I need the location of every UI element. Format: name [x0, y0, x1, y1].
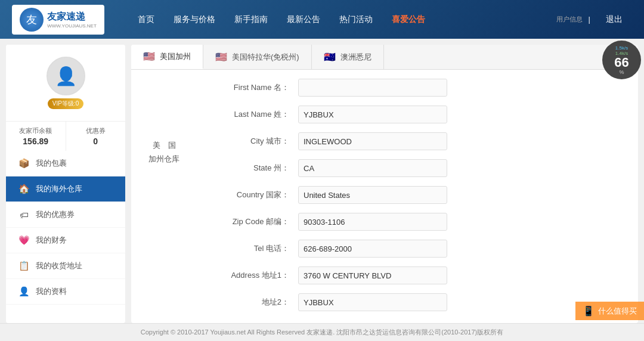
menu-label-profile: 我的资料	[36, 286, 67, 297]
form-row-firstname: First Name 名：	[191, 79, 632, 97]
city-label: City 城市：	[191, 136, 298, 147]
watermark-icon: 📱	[583, 305, 595, 317]
footer: Copyright © 2010-2017 Youjiaus.net All R…	[0, 323, 644, 341]
address-icon: 📋	[18, 261, 30, 271]
form-row-country: Country 国家：	[191, 186, 632, 204]
main-nav: 首页 服务与价格 新手指南 最新公告 热门活动 喜爱公告	[128, 10, 556, 30]
au-flag-icon: 🇦🇺	[324, 51, 336, 63]
form-row-city: City 城市：	[191, 132, 632, 150]
menu-item-warehouse[interactable]: 🏠 我的海外仓库	[6, 176, 125, 202]
menu-item-packages[interactable]: 📦 我的包裹	[6, 151, 125, 176]
form-fields: First Name 名： Last Name 姓： City 城市： Stat…	[191, 79, 632, 315]
zipcode-input[interactable]	[298, 213, 447, 231]
us-flag-icon: 🇺🇸	[143, 51, 155, 62]
footer-text: Copyright © 2010-2017 Youjiaus.net All R…	[141, 328, 503, 337]
watermark: 📱 什么值得买	[575, 302, 644, 320]
menu-item-profile[interactable]: 👤 我的资料	[6, 279, 125, 305]
main-layout: 👤 VIP等级:0 友家币余额 156.89 优惠券 0 📦 我的包裹 🏠 我的…	[0, 39, 644, 323]
speed-indicator: 1.5k/s 1.4k/s 66 %	[602, 41, 641, 79]
us-flag-icon-2: 🇺🇸	[215, 51, 227, 63]
nav-announcement[interactable]: 最新公告	[277, 10, 330, 30]
nav-guide[interactable]: 新手指南	[225, 10, 277, 30]
avatar-area: 👤 VIP等级:0	[6, 45, 125, 115]
balance-area: 友家币余额 156.89 优惠券 0	[6, 121, 125, 151]
address1-input[interactable]	[298, 266, 447, 284]
warehouse-icon: 🏠	[18, 184, 30, 194]
nav-favorite[interactable]: 喜爱公告	[382, 10, 435, 30]
vip-badge: VIP等级:0	[48, 98, 83, 109]
tel-input[interactable]	[298, 240, 447, 258]
profile-icon: 👤	[18, 286, 30, 297]
username-display: 用户信息	[556, 15, 583, 24]
nav-service[interactable]: 服务与价格	[164, 10, 225, 30]
warehouse-label: 美 国 加州仓库	[137, 79, 191, 315]
address2-input[interactable]	[298, 293, 447, 311]
speed-lines: 1.5k/s 1.4k/s	[615, 45, 628, 56]
tab-us-california[interactable]: 🇺🇸 美国加州	[131, 45, 203, 69]
speed-up: 1.5k/s	[615, 45, 628, 51]
address2-label: 地址2：	[191, 297, 298, 308]
logo-cn: 友家速递	[47, 11, 97, 23]
menu-item-coupons[interactable]: 🏷 我的优惠券	[6, 202, 125, 228]
nav-home[interactable]: 首页	[128, 10, 164, 30]
form-row-zipcode: Zip Code 邮编：	[191, 213, 632, 231]
firstname-label: First Name 名：	[191, 82, 298, 93]
country-input[interactable]	[298, 186, 447, 204]
tel-label: Tel 电话：	[191, 243, 298, 254]
firstname-input[interactable]	[298, 79, 447, 97]
logo-box: 友 友家速递 WWW.YOUJIAUS.NET	[12, 5, 104, 35]
tab-australia[interactable]: 🇦🇺 澳洲悉尼	[312, 45, 384, 69]
coupon-label: 优惠券	[69, 126, 123, 135]
balance-item-coins: 友家币余额 156.89	[6, 122, 66, 151]
address1-label: Address 地址1：	[191, 270, 298, 281]
form-row-tel: Tel 电话：	[191, 240, 632, 258]
tab-delaware-label: 美国特拉华(免税州)	[232, 52, 299, 63]
finance-icon: 💗	[18, 235, 30, 246]
form-row-address1: Address 地址1：	[191, 266, 632, 284]
menu-label-packages: 我的包裹	[36, 158, 67, 169]
watermark-text: 什么值得买	[598, 306, 637, 317]
menu-item-address[interactable]: 📋 我的收货地址	[6, 253, 125, 279]
menu-label-warehouse: 我的海外仓库	[36, 184, 82, 194]
speed-number: 66	[614, 56, 628, 69]
speed-unit: %	[619, 69, 624, 75]
package-icon: 📦	[18, 158, 30, 169]
lastname-input[interactable]	[298, 106, 447, 123]
logo-icon: 友	[20, 8, 44, 32]
tab-california-label: 美国加州	[160, 51, 191, 62]
nav-right: 用户信息 | 退出	[556, 10, 632, 30]
state-input[interactable]	[298, 159, 447, 177]
avatar: 👤	[47, 57, 85, 95]
form-area: 美 国 加州仓库 First Name 名： Last Name 姓： City…	[131, 70, 638, 321]
nav-activities[interactable]: 热门活动	[330, 10, 382, 30]
header: 友 友家速递 WWW.YOUJIAUS.NET 首页 服务与价格 新手指南 最新…	[0, 0, 644, 39]
form-row-lastname: Last Name 姓：	[191, 106, 632, 123]
coupon-value: 0	[69, 137, 123, 146]
logout-button[interactable]: 退出	[596, 10, 632, 30]
nav-divider: |	[589, 15, 590, 24]
main-content: 🇺🇸 美国加州 🇺🇸 美国特拉华(免税州) 🇦🇺 澳洲悉尼 美 国 加州仓库	[131, 45, 638, 323]
balance-item-coupon: 优惠券 0	[66, 122, 126, 151]
sidebar: 👤 VIP等级:0 友家币余额 156.89 优惠券 0 📦 我的包裹 🏠 我的…	[6, 45, 125, 323]
menu-item-finance[interactable]: 💗 我的财务	[6, 228, 125, 253]
logo-area: 友 友家速递 WWW.YOUJIAUS.NET	[12, 5, 104, 35]
form-row-address2: 地址2：	[191, 293, 632, 311]
zipcode-label: Zip Code 邮编：	[191, 216, 298, 227]
city-input[interactable]	[298, 132, 447, 150]
balance-value: 156.89	[9, 137, 63, 146]
tab-australia-label: 澳洲悉尼	[340, 52, 371, 63]
tab-bar: 🇺🇸 美国加州 🇺🇸 美国特拉华(免税州) 🇦🇺 澳洲悉尼	[131, 45, 638, 70]
coupon-icon: 🏷	[18, 210, 30, 220]
form-row-state: State 州：	[191, 159, 632, 177]
lastname-label: Last Name 姓：	[191, 109, 298, 120]
avatar-placeholder: 👤	[55, 66, 77, 86]
menu-label-coupons: 我的优惠券	[36, 209, 75, 220]
menu-label-finance: 我的财务	[36, 235, 67, 246]
balance-label: 友家币余额	[9, 126, 63, 135]
menu-label-address: 我的收货地址	[36, 261, 82, 271]
warehouse-label-line2: 加州仓库	[137, 152, 191, 166]
logo-en: WWW.YOUJIAUS.NET	[47, 23, 97, 29]
tab-us-delaware[interactable]: 🇺🇸 美国特拉华(免税州)	[203, 45, 312, 69]
state-label: State 州：	[191, 163, 298, 173]
country-label: Country 国家：	[191, 190, 298, 200]
